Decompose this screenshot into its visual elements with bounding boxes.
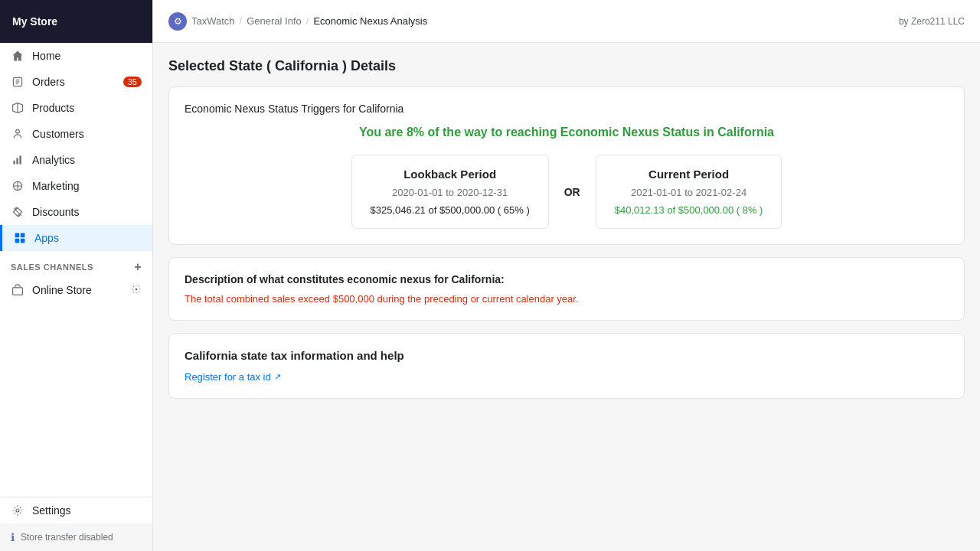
analytics-icon bbox=[11, 153, 24, 167]
breadcrumb-general: General Info bbox=[247, 15, 302, 27]
sidebar-item-analytics-label: Analytics bbox=[32, 154, 75, 166]
or-divider: OR bbox=[564, 186, 580, 198]
external-link-icon: ↗ bbox=[274, 372, 281, 382]
online-store-label: Online Store bbox=[32, 284, 92, 296]
sidebar-item-discounts-label: Discounts bbox=[32, 206, 79, 218]
sidebar-item-home-label: Home bbox=[32, 50, 60, 62]
sales-channels-header: SALES CHANNELS + bbox=[0, 251, 152, 277]
orders-icon bbox=[11, 75, 24, 89]
sidebar-item-apps-label: Apps bbox=[34, 232, 59, 244]
sidebar-item-analytics[interactable]: Analytics bbox=[0, 147, 152, 173]
products-icon bbox=[11, 101, 24, 115]
lookback-title: Lookback Period bbox=[371, 168, 530, 181]
sidebar-item-marketing-label: Marketing bbox=[32, 180, 79, 192]
sidebar-item-products-label: Products bbox=[32, 102, 74, 114]
sidebar-footer: Settings ℹ Store transfer disabled bbox=[0, 497, 152, 551]
page-title: Selected State ( California ) Details bbox=[168, 58, 965, 74]
sidebar-item-settings[interactable]: Settings bbox=[0, 497, 152, 523]
breadcrumb-app: TaxWatch bbox=[191, 15, 235, 27]
svg-rect-13 bbox=[21, 239, 25, 243]
taxwatch-icon: ⚙ bbox=[168, 12, 187, 31]
content-area: Selected State ( California ) Details Ec… bbox=[153, 43, 980, 551]
sidebar-item-apps[interactable]: Apps bbox=[0, 225, 152, 251]
discounts-icon bbox=[11, 205, 24, 219]
sidebar-item-orders-label: Orders bbox=[32, 76, 65, 88]
periods-container: Lookback Period 2020-01-01 to 2020-12-31… bbox=[185, 155, 949, 229]
sidebar-item-orders[interactable]: Orders 35 bbox=[0, 69, 152, 95]
marketing-icon bbox=[11, 179, 24, 193]
lookback-period-box: Lookback Period 2020-01-01 to 2020-12-31… bbox=[351, 155, 549, 229]
current-date: 2021-01-01 to 2021-02-24 bbox=[615, 187, 763, 198]
svg-point-5 bbox=[16, 129, 20, 133]
sidebar-item-home[interactable]: Home bbox=[0, 43, 152, 69]
description-title: Description of what constitutes economic… bbox=[185, 273, 949, 285]
home-icon bbox=[11, 49, 24, 63]
nexus-status-card: Economic Nexus Status Triggers for Calif… bbox=[168, 86, 965, 245]
svg-point-16 bbox=[16, 509, 19, 512]
breadcrumb-sep-2: / bbox=[306, 15, 309, 27]
lookback-amount: $325,046.21 of $500,000.00 ( 65% ) bbox=[371, 204, 530, 216]
main-content: ⚙ TaxWatch / General Info / Economic Nex… bbox=[153, 0, 980, 551]
current-title: Current Period bbox=[615, 168, 763, 181]
topbar: ⚙ TaxWatch / General Info / Economic Nex… bbox=[153, 0, 980, 43]
store-name: My Store bbox=[12, 15, 57, 28]
svg-point-15 bbox=[136, 288, 138, 290]
apps-icon bbox=[13, 231, 27, 245]
settings-icon bbox=[11, 504, 24, 517]
customers-icon bbox=[11, 127, 24, 141]
nexus-headline: You are 8% of the way to reaching Econom… bbox=[185, 126, 949, 139]
breadcrumb-sep-1: / bbox=[240, 15, 243, 27]
sales-channels-label: SALES CHANNELS bbox=[11, 262, 93, 272]
current-amount: $40,012.13 of $500,000.00 ( 8% ) bbox=[615, 204, 763, 216]
add-channel-button[interactable]: + bbox=[134, 260, 142, 274]
online-store-icon bbox=[11, 283, 24, 297]
svg-rect-6 bbox=[13, 161, 15, 165]
settings-label: Settings bbox=[32, 504, 71, 517]
sidebar-item-customers-label: Customers bbox=[32, 128, 84, 140]
sidebar-header: My Store bbox=[0, 0, 152, 43]
description-text: The total combined sales exceed $500,000… bbox=[185, 293, 949, 305]
svg-rect-10 bbox=[15, 233, 20, 238]
store-transfer-banner: ℹ Store transfer disabled bbox=[0, 523, 152, 551]
info-icon: ℹ bbox=[11, 531, 15, 543]
breadcrumb: ⚙ TaxWatch / General Info / Economic Nex… bbox=[168, 12, 427, 31]
nexus-section-title: Economic Nexus Status Triggers for Calif… bbox=[185, 103, 949, 115]
topbar-attribution: by Zero211 LLC bbox=[899, 16, 965, 27]
help-title: California state tax information and hel… bbox=[185, 349, 949, 362]
description-card: Description of what constitutes economic… bbox=[168, 257, 965, 321]
sidebar: My Store Home Orders 35 Products Custome… bbox=[0, 0, 153, 551]
current-period-box: Current Period 2021-01-01 to 2021-02-24 … bbox=[596, 155, 782, 229]
sidebar-item-marketing[interactable]: Marketing bbox=[0, 173, 152, 199]
online-store-actions bbox=[131, 284, 142, 297]
sidebar-item-products[interactable]: Products bbox=[0, 95, 152, 121]
svg-rect-8 bbox=[19, 155, 21, 164]
register-tax-id-label: Register for a tax id bbox=[185, 371, 271, 383]
svg-rect-12 bbox=[15, 239, 20, 243]
sidebar-item-discounts[interactable]: Discounts bbox=[0, 199, 152, 225]
help-card: California state tax information and hel… bbox=[168, 333, 965, 399]
register-tax-id-link[interactable]: Register for a tax id ↗ bbox=[185, 371, 949, 383]
sidebar-item-online-store[interactable]: Online Store bbox=[0, 277, 152, 303]
store-transfer-label: Store transfer disabled bbox=[21, 532, 113, 543]
online-store-settings-icon[interactable] bbox=[131, 284, 142, 297]
svg-rect-14 bbox=[13, 288, 23, 295]
svg-rect-7 bbox=[16, 158, 18, 165]
sidebar-item-customers[interactable]: Customers bbox=[0, 121, 152, 147]
lookback-date: 2020-01-01 to 2020-12-31 bbox=[371, 187, 530, 198]
breadcrumb-current: Economic Nexus Analysis bbox=[313, 15, 427, 27]
orders-badge: 35 bbox=[123, 77, 142, 87]
svg-rect-11 bbox=[21, 233, 25, 238]
